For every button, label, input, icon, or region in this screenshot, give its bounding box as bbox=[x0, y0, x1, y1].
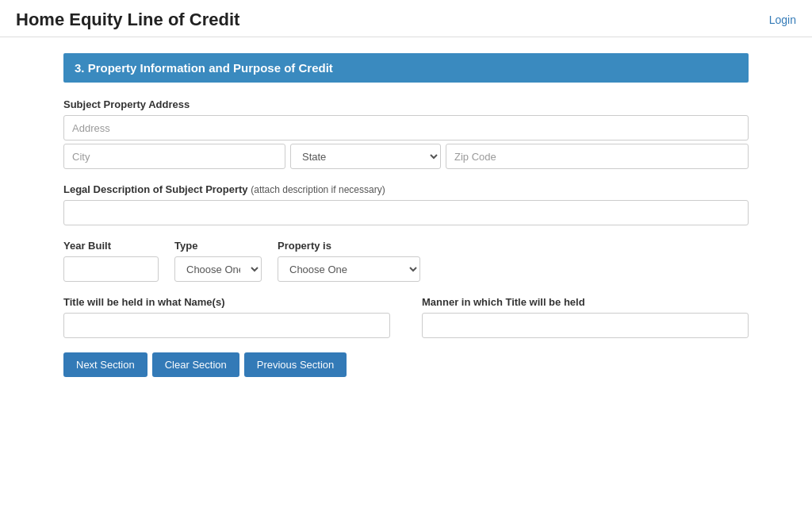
section-header: 3. Property Information and Purpose of C… bbox=[63, 53, 749, 83]
legal-description-group: Legal Description of Subject Property (a… bbox=[63, 183, 749, 225]
legal-description-input[interactable] bbox=[63, 200, 749, 225]
title-manner-field: Manner in which Title will be held bbox=[422, 296, 749, 338]
city-input[interactable] bbox=[63, 144, 285, 169]
property-is-field: Property is Choose One Primary Residence… bbox=[278, 240, 420, 282]
type-label: Type bbox=[174, 240, 262, 252]
address-input[interactable] bbox=[63, 115, 749, 140]
title-manner-input[interactable] bbox=[422, 313, 749, 338]
type-field: Type Choose One Single Family Condo Town… bbox=[174, 240, 262, 282]
page-title: Home Equity Line of Credit bbox=[16, 10, 239, 30]
year-built-label: Year Built bbox=[63, 240, 159, 252]
title-fields-row: Title will be held in what Name(s) Manne… bbox=[63, 296, 749, 338]
type-select[interactable]: Choose One Single Family Condo Townhouse… bbox=[174, 256, 262, 282]
year-built-input[interactable] bbox=[63, 256, 159, 282]
subject-property-address-label: Subject Property Address bbox=[63, 98, 749, 110]
title-names-input[interactable] bbox=[63, 313, 390, 338]
clear-section-button[interactable]: Clear Section bbox=[152, 352, 239, 377]
button-row: Next Section Clear Section Previous Sect… bbox=[63, 352, 749, 377]
year-type-property-group: Year Built Type Choose One Single Family… bbox=[63, 240, 749, 282]
year-built-field: Year Built bbox=[63, 240, 159, 282]
title-manner-label: Manner in which Title will be held bbox=[422, 296, 749, 308]
zip-input[interactable] bbox=[446, 144, 749, 169]
property-is-select[interactable]: Choose One Primary Residence Secondary R… bbox=[278, 256, 420, 282]
title-names-label: Title will be held in what Name(s) bbox=[63, 296, 390, 308]
subject-property-address-group: Subject Property Address State AL AK AZ … bbox=[63, 98, 749, 169]
state-select[interactable]: State AL AK AZ AR CA CO CT DE FL GA NY T… bbox=[290, 144, 441, 169]
content-area: 3. Property Information and Purpose of C… bbox=[0, 37, 812, 393]
previous-section-button[interactable]: Previous Section bbox=[244, 352, 347, 377]
title-names-field: Title will be held in what Name(s) bbox=[63, 296, 390, 338]
top-bar: Home Equity Line of Credit Login bbox=[0, 0, 812, 37]
property-is-label: Property is bbox=[278, 240, 420, 252]
legal-description-note: (attach description if necessary) bbox=[251, 184, 385, 195]
city-state-zip-row: State AL AK AZ AR CA CO CT DE FL GA NY T… bbox=[63, 144, 749, 169]
legal-description-label: Legal Description of Subject Property (a… bbox=[63, 183, 749, 195]
login-link[interactable]: Login bbox=[769, 13, 796, 26]
next-section-button[interactable]: Next Section bbox=[63, 352, 147, 377]
inline-fields-row: Year Built Type Choose One Single Family… bbox=[63, 240, 749, 282]
